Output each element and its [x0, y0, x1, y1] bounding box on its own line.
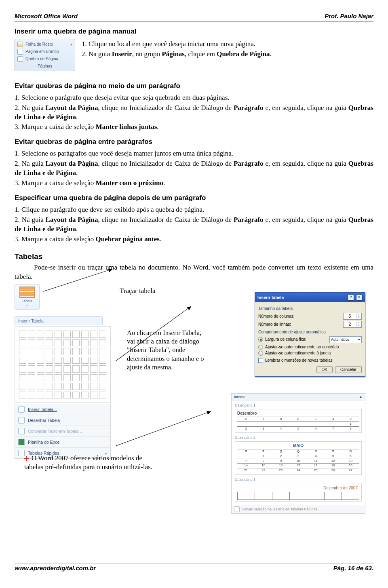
- cancel-button[interactable]: Cancelar: [335, 366, 362, 373]
- grid-cell[interactable]: [37, 331, 44, 338]
- grid-cell[interactable]: [37, 392, 44, 399]
- grid-cell[interactable]: [19, 331, 26, 338]
- grid-cell[interactable]: [90, 374, 97, 381]
- grid-cell[interactable]: [46, 374, 53, 381]
- grid-cell[interactable]: [28, 374, 35, 381]
- grid-cell[interactable]: [81, 374, 89, 381]
- menu-insert-table[interactable]: Inserir Tabela...: [15, 404, 110, 415]
- grid-cell[interactable]: [55, 365, 62, 373]
- grid-cell[interactable]: [63, 383, 71, 390]
- grid-cell[interactable]: [99, 348, 106, 355]
- chevron-down-icon[interactable]: ▼: [356, 316, 361, 319]
- ribbon-page-break[interactable]: Quebra de Página: [17, 55, 72, 63]
- grid-cell[interactable]: [55, 374, 62, 381]
- grid-cell[interactable]: [99, 357, 106, 364]
- grid-cell[interactable]: [19, 374, 26, 381]
- grid-cell[interactable]: [19, 348, 26, 355]
- radio-fixed-width[interactable]: Largura de coluna fixa: Automático▾: [258, 336, 362, 343]
- close-icon[interactable]: ×: [356, 294, 363, 301]
- help-icon[interactable]: ?: [348, 294, 354, 301]
- grid-cell[interactable]: [72, 339, 80, 347]
- grid-cell[interactable]: [99, 339, 106, 347]
- grid-cell[interactable]: [63, 357, 71, 364]
- grid-cell[interactable]: [28, 357, 35, 364]
- chevron-down-icon[interactable]: ▼: [356, 324, 361, 327]
- grid-cell[interactable]: [81, 357, 89, 364]
- grid-cell[interactable]: [55, 357, 62, 364]
- grid-cell[interactable]: [90, 339, 97, 347]
- radio-fit-content[interactable]: Ajustar-se automaticamente ao conteúdo: [258, 344, 362, 350]
- grid-cell[interactable]: [55, 383, 62, 390]
- chevron-up-icon[interactable]: ▲: [356, 313, 361, 316]
- grid-cell[interactable]: [19, 392, 26, 399]
- grid-cell[interactable]: [55, 392, 62, 399]
- grid-cell[interactable]: [81, 383, 89, 390]
- grid-cell[interactable]: [46, 383, 53, 390]
- gallery-item-cal1[interactable]: Calendário 1 Dezembro 2700130 1 3345478: [235, 403, 362, 433]
- grid-cell[interactable]: [28, 339, 35, 347]
- grid-cell[interactable]: [72, 383, 80, 390]
- grid-cell[interactable]: [55, 339, 62, 347]
- grid-cell[interactable]: [28, 365, 35, 373]
- grid-cell[interactable]: [28, 392, 35, 399]
- ribbon-blank-page[interactable]: Página em Branco: [17, 48, 72, 55]
- grid-cell[interactable]: [19, 383, 26, 390]
- grid-cell[interactable]: [63, 331, 71, 338]
- ok-button[interactable]: OK: [316, 366, 333, 373]
- grid-cell[interactable]: [90, 383, 97, 390]
- grid-cell[interactable]: [37, 357, 44, 364]
- grid-cell[interactable]: [81, 348, 89, 355]
- grid-cell[interactable]: [28, 383, 35, 390]
- grid-cell[interactable]: [55, 331, 62, 338]
- grid-cell[interactable]: [72, 392, 80, 399]
- dialog-titlebar[interactable]: Inserir tabela ? ×: [255, 293, 365, 302]
- grid-cell[interactable]: [99, 331, 106, 338]
- grid-cell[interactable]: [37, 374, 44, 381]
- gallery-item-cal2[interactable]: Calendário 2 MAIO STQQSSD 123456 7891011…: [235, 435, 362, 475]
- grid-cell[interactable]: [81, 339, 89, 347]
- grid-cell[interactable]: [19, 339, 26, 347]
- rows-spinner[interactable]: 2▲▼: [343, 321, 362, 328]
- grid-cell[interactable]: [37, 383, 44, 390]
- scroll-up-icon[interactable]: ▲: [359, 394, 363, 399]
- grid-cell[interactable]: [63, 348, 71, 355]
- columns-spinner[interactable]: 5▲▼: [343, 313, 362, 320]
- ribbon-cover-page[interactable]: Folha de Rosto ▾: [17, 41, 72, 48]
- grid-cell[interactable]: [90, 392, 97, 399]
- grid-cell[interactable]: [90, 357, 97, 364]
- grid-cell[interactable]: [46, 348, 53, 355]
- grid-cell[interactable]: [55, 348, 62, 355]
- grid-cell[interactable]: [37, 365, 44, 373]
- grid-cell[interactable]: [46, 339, 53, 347]
- table-size-grid[interactable]: [15, 326, 111, 403]
- table-ribbon-button[interactable]: Tabela ▾: [15, 284, 40, 310]
- gallery-footer[interactable]: Salvar Seleção na Galeria de Tabelas Ráp…: [232, 505, 365, 513]
- grid-cell[interactable]: [72, 331, 80, 338]
- menu-excel-sheet[interactable]: Planilha do Excel: [15, 436, 110, 447]
- radio-fit-window[interactable]: Ajustar-se automaticamente à janela: [258, 350, 362, 356]
- grid-cell[interactable]: [90, 365, 97, 373]
- grid-cell[interactable]: [81, 331, 89, 338]
- grid-cell[interactable]: [90, 331, 97, 338]
- grid-cell[interactable]: [99, 374, 106, 381]
- grid-cell[interactable]: [46, 392, 53, 399]
- grid-cell[interactable]: [81, 365, 89, 373]
- grid-cell[interactable]: [81, 392, 89, 399]
- grid-cell[interactable]: [28, 348, 35, 355]
- grid-cell[interactable]: [46, 357, 53, 364]
- grid-cell[interactable]: [99, 392, 106, 399]
- grid-cell[interactable]: [63, 339, 71, 347]
- grid-cell[interactable]: [99, 383, 106, 390]
- grid-cell[interactable]: [28, 331, 35, 338]
- grid-cell[interactable]: [46, 331, 53, 338]
- grid-cell[interactable]: [72, 365, 80, 373]
- chevron-up-icon[interactable]: ▲: [356, 321, 361, 324]
- menu-draw-table[interactable]: Desenhar Tabela: [15, 415, 110, 426]
- grid-cell[interactable]: [63, 392, 71, 399]
- grid-cell[interactable]: [37, 339, 44, 347]
- grid-cell[interactable]: [37, 348, 44, 355]
- grid-cell[interactable]: [19, 365, 26, 373]
- grid-cell[interactable]: [19, 357, 26, 364]
- grid-cell[interactable]: [63, 365, 71, 373]
- fixed-width-combo[interactable]: Automático▾: [329, 336, 362, 343]
